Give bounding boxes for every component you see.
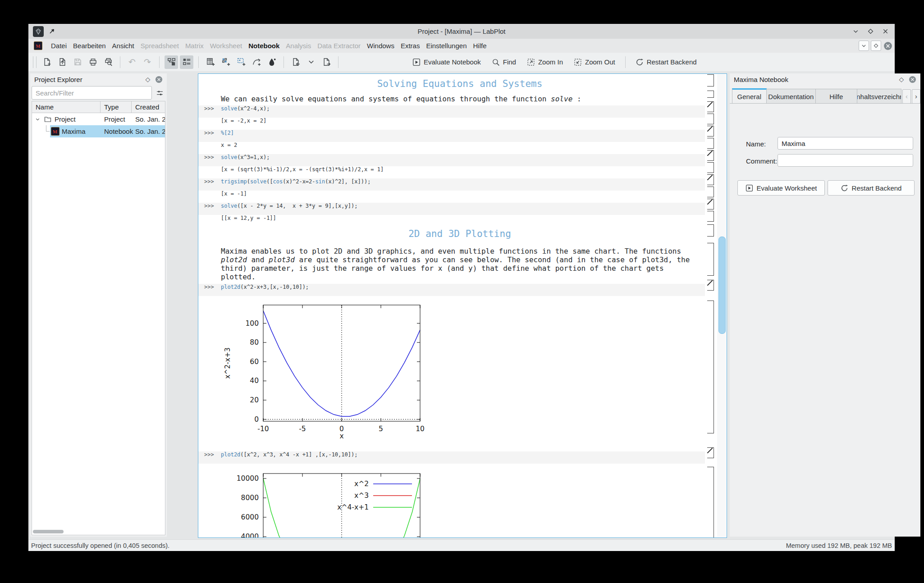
cell-bracket[interactable]: [706, 162, 714, 173]
expander-caret-icon[interactable]: [32, 116, 43, 122]
open-project-button[interactable]: [55, 55, 69, 69]
toolbar-separator: [198, 56, 199, 68]
cell-bracket[interactable]: [706, 447, 714, 458]
command-cell[interactable]: >>>solve(x^3=1,x);: [198, 154, 705, 166]
cell-bracket[interactable]: [706, 114, 714, 124]
cell-bracket[interactable]: [706, 174, 714, 185]
properties-panel: Maxima Notebook ◇ GeneralDokumentationHi…: [730, 73, 920, 537]
toggle-properties-explorer-button[interactable]: [180, 55, 193, 69]
menu-ansicht[interactable]: Ansicht: [109, 39, 137, 53]
close-button[interactable]: [882, 27, 889, 35]
pin-icon[interactable]: [48, 27, 56, 35]
print-preview-button[interactable]: [101, 55, 115, 69]
import-menu-button[interactable]: [304, 55, 318, 69]
close-panel-icon[interactable]: [908, 75, 916, 83]
cell-bracket[interactable]: [706, 138, 714, 149]
horizontal-scrollbar[interactable]: [33, 530, 64, 533]
menu-einstellungen[interactable]: Einstellungen: [423, 39, 470, 53]
command-cell[interactable]: >>>solve([x - 2*y = 14, x + 3*y = 9],[x,…: [198, 203, 705, 215]
cell-bracket[interactable]: [706, 467, 714, 537]
float-panel-icon[interactable]: ◇: [897, 75, 906, 83]
new-worksheet-button[interactable]: [234, 55, 248, 69]
tree-header[interactable]: Name Type Created: [32, 101, 165, 113]
export-button[interactable]: [320, 55, 333, 69]
float-panel-icon[interactable]: ◇: [144, 75, 152, 83]
tree-row-project[interactable]: ProjectProjectSo. Jan. 2 18:: [32, 113, 165, 125]
menu-extras[interactable]: Extras: [398, 39, 423, 53]
menu-analysis: Analysis: [283, 39, 314, 53]
tab-inhaltsverzeichn[interactable]: Inhaltsverzeichn: [857, 89, 901, 104]
vertical-scrollbar[interactable]: [717, 74, 726, 537]
command-cell[interactable]: >>>trigsimp(solve([cos(x)^2-x=2-sin(x)^2…: [198, 178, 705, 191]
notebook-paragraph[interactable]: We can easily solve equations and system…: [221, 95, 699, 103]
tab-hilfe[interactable]: Hilfe: [816, 89, 857, 104]
menu-notebook[interactable]: Notebook: [245, 39, 283, 53]
close-panel-icon[interactable]: [155, 75, 163, 83]
tabs-scroll-right-icon[interactable]: ›: [912, 89, 920, 104]
cell-bracket[interactable]: [706, 187, 714, 197]
tab-dokumentation[interactable]: Dokumentation: [767, 89, 816, 104]
cell-bracket[interactable]: [706, 91, 714, 98]
svg-text:6000: 6000: [241, 513, 259, 521]
cell-bracket[interactable]: [706, 224, 714, 237]
column-created: Created: [132, 101, 165, 113]
new-matrix-button[interactable]: [219, 55, 233, 69]
cell-bracket[interactable]: [706, 126, 714, 137]
menu-datei[interactable]: Datei: [48, 39, 70, 53]
notebook-paragraph[interactable]: Maxima enables us to plot 2D and 3D grap…: [221, 247, 699, 281]
command-cell[interactable]: >>>solve(x^2-4,x);: [198, 105, 705, 118]
find-button[interactable]: Find: [488, 55, 520, 69]
toolbar-separator: [159, 56, 160, 68]
command-cell[interactable]: >>>plot2d([x^2, x^3, x^4 -x +1] ,[x,-10,…: [198, 451, 705, 464]
cell-bracket[interactable]: [706, 199, 714, 210]
new-datapicker-button[interactable]: [250, 55, 263, 69]
menu-windows[interactable]: Windows: [364, 39, 398, 53]
refresh-icon: [636, 58, 644, 66]
properties-title: Maxima Notebook: [734, 76, 788, 83]
comment-field[interactable]: [778, 154, 913, 167]
result-cell: [x = -1]: [221, 191, 705, 203]
printer-icon: [89, 58, 97, 66]
restart-backend-button[interactable]: Restart Backend: [631, 55, 701, 69]
menu-bearbeiten[interactable]: Bearbeiten: [70, 39, 109, 53]
command-cell[interactable]: >>>%[2]: [198, 130, 705, 142]
scrollbar-thumb[interactable]: [718, 237, 726, 334]
search-input[interactable]: [32, 86, 152, 100]
maximize-button[interactable]: [867, 27, 874, 35]
cell-bracket[interactable]: [706, 243, 714, 276]
filter-options-icon[interactable]: [154, 87, 165, 99]
tree-row-maxima[interactable]: MMaximaNotebookSo. Jan. 2 18:: [32, 125, 165, 137]
cell-bracket[interactable]: [706, 211, 714, 222]
menu-hilfe[interactable]: Hilfe: [470, 39, 490, 53]
result-cell: [x = -2,x = 2]: [221, 118, 705, 130]
new-spreadsheet-button[interactable]: [204, 55, 217, 69]
cell-bracket[interactable]: [706, 280, 714, 291]
command-cell[interactable]: >>>plot2d(x^2-x+3,[x,-10,10]);: [198, 284, 705, 296]
minimize-button[interactable]: [852, 27, 860, 35]
restart-backend-button[interactable]: Restart Backend: [828, 180, 915, 196]
new-notebook-button[interactable]: [265, 55, 279, 69]
mdi-close-button[interactable]: [883, 41, 892, 50]
cell-bracket[interactable]: [706, 101, 714, 112]
toggle-project-explorer-button[interactable]: [165, 55, 178, 69]
cell-bracket[interactable]: [706, 301, 714, 433]
cell-bracket[interactable]: [706, 74, 714, 87]
zoom-in-button[interactable]: Zoom In: [523, 55, 567, 69]
notebook-heading[interactable]: 2D and 3D Plotting: [221, 228, 699, 242]
notebook-heading[interactable]: Solving Equations and Systems: [221, 78, 699, 92]
cell-bracket[interactable]: [706, 150, 714, 161]
evaluate-worksheet-button[interactable]: Evaluate Worksheet: [737, 180, 825, 196]
mdi-restore-button[interactable]: [871, 41, 881, 51]
import-button[interactable]: [289, 55, 302, 69]
tabs-scroll-left-icon[interactable]: ‹: [902, 89, 911, 104]
print-button[interactable]: [86, 55, 100, 69]
toolbar-handle[interactable]: [33, 56, 37, 68]
name-field[interactable]: [778, 137, 913, 150]
svg-text:x^2: x^2: [354, 480, 369, 488]
zoom-out-button[interactable]: Zoom Out: [570, 55, 619, 69]
tab-general[interactable]: General: [732, 88, 767, 104]
evaluate-notebook-button[interactable]: Evaluate Notebook: [408, 55, 485, 69]
mdi-minimize-button[interactable]: [859, 41, 869, 51]
new-project-button[interactable]: [40, 55, 54, 69]
title-bar: Project - [Maxima] — LabPlot: [28, 24, 895, 39]
